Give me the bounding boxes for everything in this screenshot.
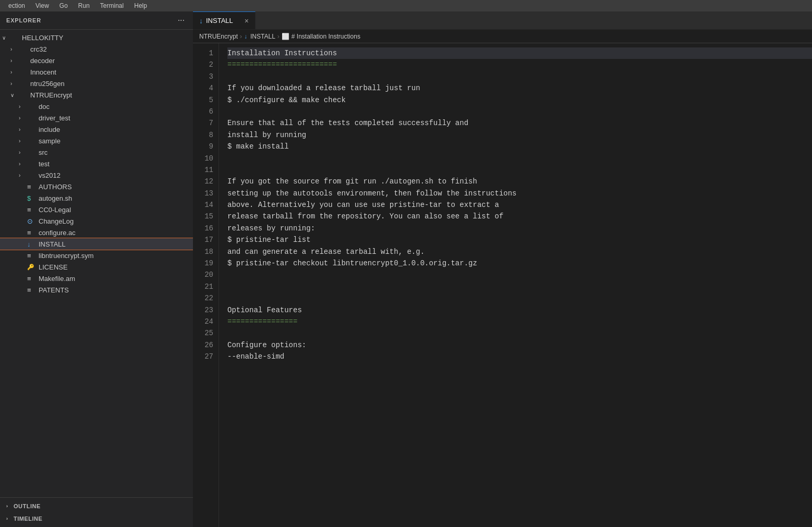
tree-item-test[interactable]: › test bbox=[0, 158, 193, 169]
tree-item-vs2012[interactable]: › vs2012 bbox=[0, 169, 193, 181]
main-area: EXPLORER ··· ∨ HELLOKITTY › crc32 › bbox=[0, 11, 812, 527]
folder-arrow: › bbox=[10, 69, 19, 75]
folder-arrow: › bbox=[10, 58, 19, 64]
tree-item-license[interactable]: 🔑 LICENSE bbox=[0, 261, 193, 273]
tree-label: ntru256gen bbox=[30, 80, 65, 88]
tree-item-ntruencrypt[interactable]: ∨ NTRUEncrypt bbox=[0, 89, 193, 101]
outline-label: OUTLINE bbox=[14, 503, 41, 509]
code-editor[interactable]: Installation Instructions===============… bbox=[219, 43, 812, 527]
tree-item-ntru256gen[interactable]: › ntru256gen bbox=[0, 78, 193, 89]
line-number-5: 5 bbox=[193, 94, 213, 106]
code-line-11 bbox=[227, 164, 812, 176]
tree-item-hellokitty[interactable]: ∨ HELLOKITTY bbox=[0, 32, 193, 43]
menu-view[interactable]: View bbox=[31, 1, 53, 10]
sidebar-bottom: › OUTLINE › TIMELINE bbox=[0, 497, 193, 527]
folder-arrow: ∨ bbox=[10, 92, 19, 98]
tree-item-cc0legal[interactable]: ≡ CC0-Legal bbox=[0, 204, 193, 215]
code-text-18: and can generate a release tarball with,… bbox=[227, 246, 425, 258]
file-list-icon: ≡ bbox=[27, 183, 37, 191]
tree-label: INSTALL bbox=[39, 240, 66, 248]
code-line-24: ================ bbox=[227, 316, 812, 327]
line-number-3: 3 bbox=[193, 71, 213, 82]
editor-content: 1234567891011121314151617181920212223242… bbox=[193, 43, 812, 527]
line-number-24: 24 bbox=[193, 316, 213, 327]
file-list-icon: ≡ bbox=[27, 286, 37, 294]
code-text-2: ========================= bbox=[227, 59, 337, 70]
code-line-3 bbox=[227, 71, 812, 82]
editor-area: ↓ INSTALL × NTRUEncrypt › ↓ INSTALL › ⬜ … bbox=[193, 11, 812, 527]
tree-item-sample[interactable]: › sample bbox=[0, 135, 193, 146]
tree-label: HELLOKITTY bbox=[22, 34, 63, 42]
tree-label: AUTHORS bbox=[39, 183, 72, 191]
line-number-21: 21 bbox=[193, 281, 213, 292]
code-text-14: above. Alternatively you can use use pri… bbox=[227, 199, 499, 211]
tree-item-makefileam[interactable]: ≡ Makefile.am bbox=[0, 273, 193, 284]
line-number-16: 16 bbox=[193, 223, 213, 234]
code-line-7: Ensure that all of the tests completed s… bbox=[227, 117, 812, 129]
line-number-17: 17 bbox=[193, 234, 213, 246]
code-text-19: $ pristine-tar checkout libntruencrypt0_… bbox=[227, 258, 477, 269]
breadcrumb-part-ntruencrypt[interactable]: NTRUEncrypt bbox=[199, 33, 238, 40]
line-number-1: 1 bbox=[193, 47, 213, 59]
tree-label: Makefile.am bbox=[39, 275, 75, 283]
code-line-15: release tarball from the repository. You… bbox=[227, 211, 812, 222]
tree-label: PATENTS bbox=[39, 286, 69, 294]
tree-item-driver-test[interactable]: › driver_test bbox=[0, 112, 193, 124]
sidebar-more-button[interactable]: ··· bbox=[176, 15, 187, 26]
file-tree: ∨ HELLOKITTY › crc32 › decoder › Innocen… bbox=[0, 30, 193, 497]
breadcrumb-part-section[interactable]: # Installation Instructions bbox=[292, 33, 360, 40]
menu-go[interactable]: Go bbox=[55, 1, 72, 10]
line-number-6: 6 bbox=[193, 106, 213, 117]
tree-label: decoder bbox=[30, 57, 55, 65]
file-list-icon: ≡ bbox=[27, 229, 37, 237]
code-text-24: ================ bbox=[227, 316, 297, 327]
code-line-4: If you downloaded a release tarball just… bbox=[227, 82, 812, 94]
breadcrumb-install-icon: ↓ bbox=[244, 33, 247, 40]
line-number-23: 23 bbox=[193, 304, 213, 316]
tree-item-install[interactable]: ↓ INSTALL bbox=[0, 238, 193, 250]
menu-help[interactable]: Help bbox=[130, 1, 151, 10]
tree-item-include[interactable]: › include bbox=[0, 124, 193, 135]
breadcrumb: NTRUEncrypt › ↓ INSTALL › ⬜ # Installati… bbox=[193, 30, 812, 43]
tree-item-libntru[interactable]: ≡ libntruencrypt.sym bbox=[0, 250, 193, 261]
sidebar-section-outline[interactable]: › OUTLINE bbox=[0, 500, 193, 512]
tree-item-authors[interactable]: ≡ AUTHORS bbox=[0, 181, 193, 192]
tree-item-src[interactable]: › src bbox=[0, 146, 193, 158]
menu-action[interactable]: ection bbox=[4, 1, 29, 10]
tree-item-crc32[interactable]: › crc32 bbox=[0, 43, 193, 55]
tree-label: NTRUEncrypt bbox=[30, 91, 72, 99]
code-text-12: If you got the source from git run ./aut… bbox=[227, 176, 477, 187]
code-line-2: ========================= bbox=[227, 59, 812, 70]
sidebar-section-timeline[interactable]: › TIMELINE bbox=[0, 512, 193, 525]
tab-install[interactable]: ↓ INSTALL × bbox=[193, 11, 256, 29]
tree-item-doc[interactable]: › doc bbox=[0, 101, 193, 112]
tree-item-autogen[interactable]: $ autogen.sh bbox=[0, 192, 193, 204]
folder-arrow: › bbox=[19, 115, 27, 121]
folder-arrow: › bbox=[19, 104, 27, 109]
tree-label: driver_test bbox=[39, 114, 70, 122]
tree-label: src bbox=[39, 149, 47, 156]
folder-arrow: ∨ bbox=[2, 35, 10, 41]
code-text-17: $ pristine-tar list bbox=[227, 234, 311, 246]
code-line-17: $ pristine-tar list bbox=[227, 234, 812, 246]
menu-run[interactable]: Run bbox=[74, 1, 94, 10]
file-dollar-icon: $ bbox=[27, 194, 37, 202]
tree-label: CC0-Legal bbox=[39, 206, 71, 214]
file-key-icon: 🔑 bbox=[27, 264, 37, 271]
line-number-4: 4 bbox=[193, 82, 213, 94]
tree-item-changelog[interactable]: ⊙ ChangeLog bbox=[0, 215, 193, 227]
breadcrumb-part-install[interactable]: INSTALL bbox=[250, 33, 275, 40]
sidebar-header: EXPLORER ··· bbox=[0, 11, 193, 30]
tree-label: LICENSE bbox=[39, 263, 68, 271]
tab-bar: ↓ INSTALL × bbox=[193, 11, 812, 30]
tab-close-button[interactable]: × bbox=[245, 17, 249, 25]
sidebar-title: EXPLORER bbox=[6, 17, 41, 23]
file-list-icon: ≡ bbox=[27, 275, 37, 283]
menu-terminal[interactable]: Terminal bbox=[96, 1, 128, 10]
section-arrow: › bbox=[6, 504, 14, 509]
tree-item-patents[interactable]: ≡ PATENTS bbox=[0, 284, 193, 296]
tree-item-configureac[interactable]: ≡ configure.ac bbox=[0, 227, 193, 238]
tree-item-decoder[interactable]: › decoder bbox=[0, 55, 193, 66]
tree-item-innocent[interactable]: › Innocent bbox=[0, 66, 193, 78]
sidebar-actions: ··· bbox=[176, 15, 187, 26]
